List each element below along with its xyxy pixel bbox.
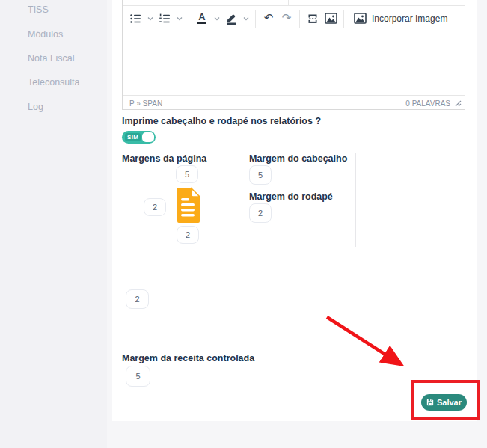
text-color-chevron-icon[interactable] <box>211 9 222 28</box>
page-margin-right-input[interactable] <box>126 289 149 309</box>
header-margin-label: Margem do cabeçalho <box>249 153 347 164</box>
element-path: P » SPAN <box>129 99 162 108</box>
ordered-list-icon[interactable] <box>156 9 174 28</box>
toggle-knob <box>142 132 154 142</box>
unordered-list-chevron-icon[interactable] <box>144 9 156 28</box>
rich-text-editor: A ↶ ↷ Incorporar Imagem P » SPAN <box>122 0 465 110</box>
undo-icon[interactable]: ↶ <box>260 9 278 28</box>
controlled-recipe-margin-input[interactable] <box>126 366 150 387</box>
toolbar-row-cutoff <box>123 0 465 6</box>
embed-image-icon <box>354 13 367 24</box>
toolbar-separator <box>255 10 256 28</box>
ordered-list-chevron-icon[interactable] <box>174 9 185 28</box>
footer-margin-input[interactable] <box>249 203 272 223</box>
toolbar-separator <box>189 10 189 28</box>
redo-icon[interactable]: ↷ <box>278 9 295 28</box>
editor-statusbar: P » SPAN 0 PALAVRAS <box>123 95 465 111</box>
header-margin-input[interactable] <box>249 165 272 185</box>
text-color-icon[interactable]: A <box>193 9 211 28</box>
sidebar-item-modulos[interactable]: Módulos <box>28 29 63 40</box>
sidebar-item-teleconsulta[interactable]: Teleconsulta <box>28 77 80 88</box>
highlight-color-chevron-icon[interactable] <box>240 9 251 28</box>
column-divider <box>355 153 356 247</box>
editor-toolbar: A ↶ ↷ Incorporar Imagem <box>123 6 465 31</box>
word-count: 0 PALAVRAS <box>405 99 450 108</box>
print-header-question-label: Imprime cabeçalho e rodapé nos relatório… <box>122 116 321 126</box>
resize-grip-icon[interactable] <box>455 100 462 107</box>
editor-content-area[interactable] <box>123 31 465 95</box>
toggle-on-label: SIM <box>125 133 141 141</box>
annotation-highlight-rect <box>411 380 480 420</box>
page-margin-left-input[interactable] <box>144 198 166 216</box>
print-header-toggle[interactable]: SIM <box>122 131 156 144</box>
sidebar-item-nota-fiscal[interactable]: Nota Fiscal <box>28 53 75 64</box>
controlled-recipe-margin-label: Margem da receita controlada <box>122 353 254 363</box>
document-icon <box>173 187 203 224</box>
toolbar-separator <box>299 10 300 28</box>
embed-image-button[interactable]: Incorporar Imagem <box>348 9 453 28</box>
toolbar-separator <box>343 10 344 28</box>
page-margin-bottom-input[interactable] <box>177 226 199 244</box>
highlight-color-icon[interactable] <box>222 9 240 28</box>
page-margins-label: Margens da página <box>122 153 206 164</box>
page-margin-top-input[interactable] <box>176 165 198 183</box>
sidebar: TISS Módulos Nota Fiscal Teleconsulta Lo… <box>0 0 107 448</box>
sidebar-item-tiss[interactable]: TISS <box>28 4 49 15</box>
footer-margin-label: Margem do rodapé <box>249 191 333 202</box>
page-break-icon[interactable] <box>304 9 322 28</box>
sidebar-item-log[interactable]: Log <box>28 102 43 112</box>
unordered-list-icon[interactable] <box>126 9 144 28</box>
insert-image-icon[interactable] <box>322 9 340 28</box>
embed-image-label: Incorporar Imagem <box>372 13 447 24</box>
